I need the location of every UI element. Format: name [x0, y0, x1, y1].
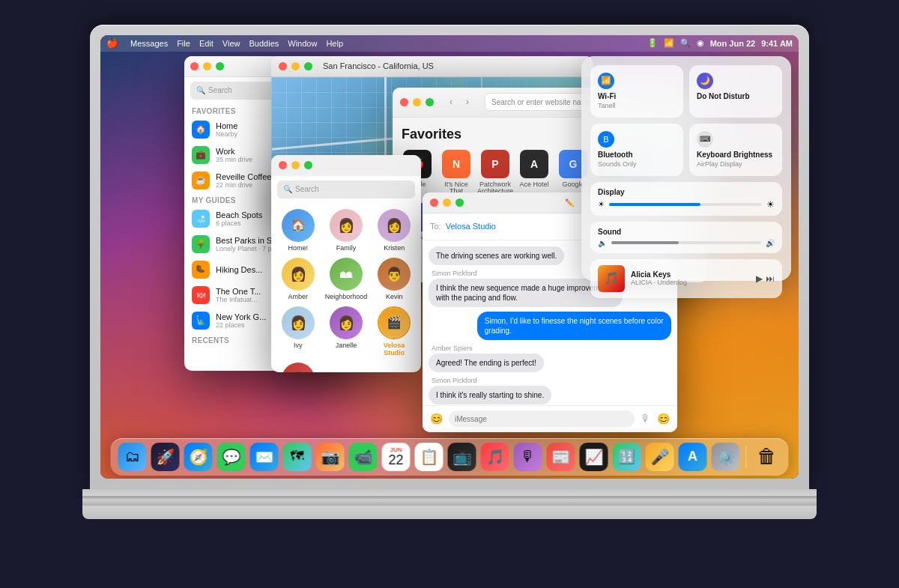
safari-close[interactable]: [400, 98, 408, 106]
dock-app-news[interactable]: 📰: [547, 443, 575, 471]
dock-app-music[interactable]: 🎵: [481, 443, 509, 471]
dock-app-facetime[interactable]: 📹: [349, 443, 378, 471]
messages-minimize[interactable]: [443, 198, 451, 207]
dock-app-finder[interactable]: 🗂: [118, 443, 147, 471]
sound-slider[interactable]: [611, 241, 761, 244]
cc-dnd-card[interactable]: 🌙 Do Not Disturb: [689, 65, 782, 118]
wifi-icon[interactable]: 📶: [664, 38, 674, 48]
dock-app-stocks[interactable]: 📈: [580, 443, 608, 471]
compose-icon[interactable]: ✏️: [565, 198, 574, 207]
menubar-help[interactable]: Help: [326, 39, 343, 48]
close-button[interactable]: [190, 62, 199, 70]
dock-separator: [746, 446, 747, 468]
skip-btn[interactable]: ⏭: [766, 273, 775, 284]
menubar-edit[interactable]: Edit: [199, 39, 214, 48]
sound-low-icon: 🔈: [598, 239, 607, 247]
dock-app-appstore[interactable]: A: [679, 443, 707, 471]
display-slider-fill: [609, 203, 700, 206]
send-icon[interactable]: 😊: [657, 413, 670, 425]
cc-wifi-card[interactable]: 📶 Wi-Fi Tanell: [590, 65, 683, 118]
fav-itsnice[interactable]: N It's Nice That: [441, 150, 472, 196]
safari-maximize[interactable]: [426, 98, 434, 106]
facetime-search[interactable]: 🔍 Search: [277, 181, 415, 198]
apple-menu[interactable]: 🍎: [106, 37, 118, 49]
play-pause-btn[interactable]: ▶: [756, 273, 763, 284]
dock-app-trash[interactable]: 🗑: [753, 443, 781, 471]
maps-maximize[interactable]: [304, 62, 312, 70]
contact-ivy[interactable]: 👩 Ivy: [277, 306, 319, 357]
audio-icon[interactable]: 🎙: [641, 413, 651, 425]
menubar-view[interactable]: View: [223, 39, 240, 48]
contact-velosa[interactable]: 🎬 Velosa Studio: [373, 306, 415, 357]
safari-nav: ‹ ›: [444, 95, 474, 109]
kristen-avatar-img: 👩: [378, 209, 411, 242]
dock-app-reminders[interactable]: 📋: [415, 443, 444, 471]
dock-app-podcasts[interactable]: 🎙: [514, 443, 542, 471]
search-icon: 🔍: [196, 86, 205, 94]
safari-minimize[interactable]: [413, 98, 421, 106]
menubar-file[interactable]: File: [177, 39, 190, 48]
siri-icon[interactable]: ◉: [697, 38, 704, 48]
dock-app-calendar[interactable]: JUN 22: [382, 443, 411, 471]
facetime-minimize[interactable]: [291, 161, 300, 169]
parks-icon: 🌳: [192, 235, 210, 253]
dock-app-photos[interactable]: 📷: [316, 443, 345, 471]
now-playing-controls: ▶ ⏭: [756, 273, 775, 284]
fav-ace[interactable]: A Ace Hotel: [518, 150, 550, 196]
dock-app-launchpad[interactable]: 🚀: [151, 443, 180, 471]
minimize-button[interactable]: [203, 62, 211, 70]
fav-patchwork[interactable]: P Patchwork Architecture: [479, 150, 511, 196]
message-input[interactable]: [449, 410, 635, 427]
cc-keyboard-card[interactable]: ⌨ Keyboard Brightness AirPlay Display: [689, 124, 782, 176]
simon-avatar-img: 👨: [282, 363, 315, 372]
dock-app-messages[interactable]: 💬: [217, 443, 246, 471]
dock-app-safari[interactable]: 🧭: [184, 443, 213, 471]
dock-app-maps[interactable]: 🗺: [283, 443, 312, 471]
work-icon: 💼: [192, 146, 210, 164]
display-dim-icon: ☀: [598, 200, 605, 208]
contact-amber[interactable]: 👩 Amber: [277, 258, 319, 300]
maximize-button[interactable]: [216, 62, 224, 70]
emoji-icon[interactable]: 😊: [430, 413, 443, 425]
msg-item-3: Simon, I'd like to finesse the night sce…: [429, 312, 671, 340]
maps-minimize[interactable]: [291, 62, 300, 70]
safari-back[interactable]: ‹: [444, 95, 458, 109]
dock-app-mail[interactable]: ✉️: [250, 443, 279, 471]
contact-home-avatar: 🏠: [282, 209, 315, 242]
menubar-app-name[interactable]: Messages: [130, 39, 168, 48]
coffee-icon: ☕: [192, 172, 210, 190]
cc-display-card[interactable]: Display ☀ ☀: [590, 182, 782, 216]
facetime-maximize[interactable]: [304, 161, 312, 169]
contact-kristen[interactable]: 👩 Kristen: [373, 209, 415, 252]
safari-forward[interactable]: ›: [461, 95, 474, 109]
contact-home[interactable]: 🏠 Home!: [277, 209, 319, 252]
dock-app-tv[interactable]: 📺: [448, 443, 476, 471]
contact-janelle[interactable]: 👩 Janelle: [325, 306, 368, 357]
menubar-buddies[interactable]: Buddies: [249, 39, 279, 48]
sound-card-title: Sound: [598, 228, 775, 236]
contact-neighborhood[interactable]: 🏘 Neighborhood: [325, 258, 368, 300]
facetime-close[interactable]: [279, 161, 287, 169]
msg-item-5: Simon Pickford I think it's really start…: [429, 377, 671, 404]
contact-family[interactable]: 👩 Family: [325, 209, 368, 252]
dnd-card-title: Do Not Disturb: [697, 92, 775, 100]
dock-app-keynote[interactable]: 🎤: [646, 443, 674, 471]
contact-simon[interactable]: 👨 Simon: [277, 363, 319, 372]
messages-maximize[interactable]: [455, 198, 464, 207]
dock-app-sysprefs[interactable]: ⚙️: [712, 443, 740, 471]
menubar-left: 🍎 Messages File Edit View Buddies Window…: [106, 37, 343, 49]
menubar-window[interactable]: Window: [288, 39, 317, 48]
dock-app-numbers[interactable]: 🔢: [613, 443, 641, 471]
menubar: 🍎 Messages File Edit View Buddies Window…: [100, 35, 799, 52]
facetime-search-icon: 🔍: [283, 185, 292, 193]
search-icon[interactable]: 🔍: [680, 38, 691, 48]
cc-bluetooth-card[interactable]: B Bluetooth Sounds Only: [590, 124, 683, 176]
cc-sound-card[interactable]: Sound 🔈 🔊: [590, 222, 782, 253]
janelle-avatar-img: 👩: [330, 306, 363, 339]
display-slider[interactable]: [609, 203, 762, 206]
contact-kevin[interactable]: 👨 Kevin: [373, 258, 415, 300]
messages-close[interactable]: [430, 198, 438, 207]
maps-close[interactable]: [279, 62, 287, 70]
display-bright-icon: ☀: [766, 199, 775, 210]
control-center: 📶 Wi-Fi Tanell 🌙 Do Not Disturb B Blueto…: [581, 56, 791, 281]
